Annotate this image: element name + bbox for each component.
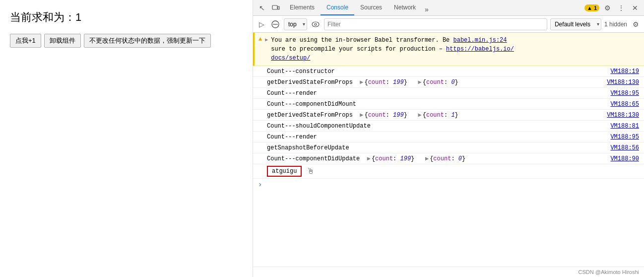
prompt-symbol: › bbox=[258, 181, 262, 189]
expand-warning-icon[interactable]: ▶ bbox=[265, 37, 268, 43]
context-selector-wrapper: top ▾ bbox=[284, 18, 307, 30]
console-settings-icon[interactable]: ⚙ bbox=[630, 19, 641, 30]
log-row-getderived-1: getDerivedStateFromProps ▶{count: 199} ▶… bbox=[253, 77, 644, 88]
log-ref-getderived-2[interactable]: VM188:130 bbox=[607, 112, 639, 119]
filter-input[interactable] bbox=[324, 18, 547, 30]
warning-line2: sure to precompile your scripts for prod… bbox=[271, 46, 446, 53]
warning-badge: ▲ 1 bbox=[584, 4, 599, 11]
network-tab[interactable]: Network bbox=[388, 0, 422, 15]
log-ref-didupdate[interactable]: VM188:90 bbox=[610, 155, 639, 162]
log-text-constructor: Count---constructor bbox=[267, 68, 605, 75]
warning-triangle-icon: ▲ bbox=[258, 36, 262, 43]
force-update-button[interactable]: 不更改任何状态中的数据，强制更新一下 bbox=[84, 34, 211, 48]
atguigu-row: atguigu 🖱 bbox=[253, 164, 644, 179]
log-row-snapshot: getSnapshotBeforeUpdate VM188:56 bbox=[253, 142, 644, 153]
log-row-render-1: Count---render VM188:95 bbox=[253, 88, 644, 99]
log-ref-didmount[interactable]: VM188:65 bbox=[610, 101, 639, 108]
log-row-didupdate: Count---componentDidUpdate ▶{count: 199}… bbox=[253, 153, 644, 164]
prompt-row: › bbox=[253, 179, 644, 191]
console-toolbar: ▷ top ▾ Default levels ▾ 1 hidd bbox=[253, 16, 644, 33]
log-row-didmount: Count---componentDidMount VM188:65 bbox=[253, 99, 644, 110]
log-text-getderived-2: getDerivedStateFromProps ▶{count: 199} ▶… bbox=[267, 111, 602, 119]
hidden-count: 1 hidden bbox=[604, 21, 627, 28]
log-ref-render-2[interactable]: VM188:95 bbox=[610, 134, 639, 140]
log-ref-getderived-1[interactable]: VM188:130 bbox=[607, 79, 639, 86]
log-row-getderived-2: getDerivedStateFromProps ▶{count: 199} ▶… bbox=[253, 110, 644, 121]
log-row-shouldupdate: Count---shouldComponentUpdate VM188:81 bbox=[253, 121, 644, 132]
settings-icon[interactable]: ⚙ bbox=[601, 2, 613, 14]
eye-icon[interactable] bbox=[310, 19, 321, 30]
log-text-didmount: Count---componentDidMount bbox=[267, 101, 605, 108]
cursor-icon: 🖱 bbox=[307, 167, 315, 176]
close-icon[interactable]: ✕ bbox=[629, 2, 641, 14]
inspect-icon[interactable]: ↖ bbox=[256, 2, 268, 14]
log-row-constructor: Count---constructor VM188:19 bbox=[253, 66, 644, 77]
obj-expand-5[interactable]: ▶ bbox=[367, 155, 371, 162]
log-ref-shouldupdate[interactable]: VM188:81 bbox=[610, 123, 639, 130]
context-select[interactable]: top bbox=[284, 18, 307, 30]
obj-expand-6[interactable]: ▶ bbox=[425, 155, 429, 162]
console-warning: ▲ ▶ You are using the in-browser Babel t… bbox=[253, 33, 644, 66]
atguigu-text: atguigu bbox=[267, 166, 302, 177]
device-icon[interactable] bbox=[270, 2, 282, 14]
log-text-render-1: Count---render bbox=[267, 90, 605, 97]
log-ref-render-1[interactable]: VM188:95 bbox=[610, 90, 639, 97]
button-row: 点我+1 卸载组件 不更改任何状态中的数据，强制更新一下 bbox=[10, 34, 243, 48]
devtools-tabs: Elements Console Sources Network » bbox=[284, 0, 582, 15]
console-tab[interactable]: Console bbox=[321, 0, 354, 15]
obj-expand-3[interactable]: ▶ bbox=[360, 112, 363, 119]
console-output: ▲ ▶ You are using the in-browser Babel t… bbox=[253, 33, 644, 267]
left-panel: 当前求和为：1 点我+1 卸载组件 不更改任何状态中的数据，强制更新一下 bbox=[0, 0, 253, 277]
log-text-shouldupdate: Count---shouldComponentUpdate bbox=[267, 123, 605, 130]
log-text-getderived-1: getDerivedStateFromProps ▶{count: 199} ▶… bbox=[267, 78, 602, 86]
obj-expand-4[interactable]: ▶ bbox=[418, 112, 422, 119]
log-text-didupdate: Count---componentDidUpdate ▶{count: 199}… bbox=[267, 155, 605, 162]
levels-select[interactable]: Default levels bbox=[550, 18, 601, 30]
more-options-icon[interactable]: ⋮ bbox=[615, 2, 627, 14]
more-tabs-icon[interactable]: » bbox=[422, 3, 432, 15]
obj-expand-2[interactable]: ▶ bbox=[418, 79, 422, 86]
devtools-top-actions: ▲ 1 ⚙ ⋮ ✕ bbox=[584, 2, 641, 14]
execute-icon[interactable]: ▷ bbox=[256, 19, 267, 30]
svg-rect-1 bbox=[278, 6, 279, 9]
devtools-topbar: ↖ Elements Console Sources Network » ▲ 1… bbox=[253, 0, 644, 16]
sources-tab[interactable]: Sources bbox=[354, 0, 388, 15]
log-ref-snapshot[interactable]: VM188:56 bbox=[610, 144, 639, 151]
log-ref-constructor[interactable]: VM188:19 bbox=[610, 68, 639, 75]
clear-console-icon[interactable] bbox=[270, 19, 281, 30]
log-text-render-2: Count---render bbox=[267, 134, 605, 140]
increment-button[interactable]: 点我+1 bbox=[10, 34, 41, 48]
levels-wrapper: Default levels ▾ bbox=[550, 18, 601, 30]
warning-main-text: You are using the in-browser Babel trans… bbox=[271, 37, 453, 44]
svg-rect-0 bbox=[272, 5, 277, 9]
devtools-panel: ↖ Elements Console Sources Network » ▲ 1… bbox=[253, 0, 644, 277]
unmount-button[interactable]: 卸载组件 bbox=[44, 34, 81, 48]
babel-link[interactable]: babel.min.js:24 bbox=[453, 37, 507, 44]
page-title: 当前求和为：1 bbox=[10, 10, 243, 25]
elements-tab[interactable]: Elements bbox=[284, 0, 321, 15]
watermark: CSDN @Akimoto Hiroshi bbox=[253, 267, 644, 277]
svg-point-5 bbox=[315, 23, 317, 25]
log-row-render-2: Count---render VM188:95 bbox=[253, 132, 644, 142]
warning-text: You are using the in-browser Babel trans… bbox=[271, 36, 639, 63]
obj-expand-1[interactable]: ▶ bbox=[360, 79, 363, 86]
log-text-snapshot: getSnapshotBeforeUpdate bbox=[267, 144, 605, 151]
svg-point-4 bbox=[312, 22, 319, 27]
